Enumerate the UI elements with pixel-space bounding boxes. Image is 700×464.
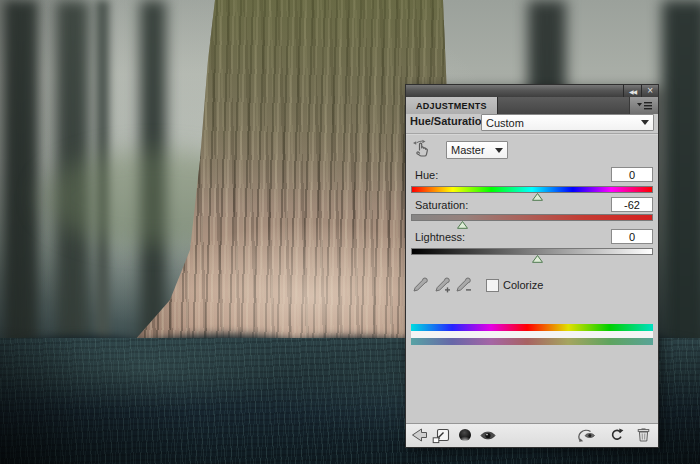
hue-label: Hue: — [415, 169, 438, 181]
hue-slider-track[interactable] — [411, 186, 653, 193]
hue-value-input[interactable] — [611, 167, 653, 182]
view-previous-state-button[interactable] — [578, 429, 597, 444]
lightness-value-input[interactable] — [611, 229, 653, 244]
panel-footer — [406, 423, 658, 447]
eyedropper-plus-icon — [434, 275, 452, 293]
adjustment-sphere-icon[interactable] — [459, 429, 471, 441]
return-arrow-icon — [411, 428, 428, 442]
adjustments-panel: ◀◀ × ADJUSTMENTS Hue/Saturation Custom M… — [405, 84, 659, 448]
preset-dropdown-value: Custom — [486, 117, 524, 129]
close-panel-button[interactable]: × — [641, 85, 658, 97]
lightness-thumb-rail — [411, 255, 653, 264]
delete-adjustment-button[interactable] — [637, 427, 650, 444]
saturation-slider-track[interactable] — [411, 214, 653, 221]
reset-button[interactable] — [610, 428, 624, 444]
clip-to-layer-icon — [432, 428, 450, 444]
input-hue-spectrum-bar — [411, 324, 653, 331]
previous-state-eye-icon — [578, 429, 597, 442]
adjustment-title: Hue/Saturation — [410, 115, 488, 127]
reset-icon — [610, 428, 624, 442]
saturation-value-input[interactable] — [611, 197, 653, 212]
channel-dropdown[interactable]: Master — [446, 141, 508, 159]
eyedropper-icon — [412, 275, 430, 293]
return-to-adjustment-list-button[interactable] — [411, 428, 428, 444]
eyedropper-sample-button[interactable] — [412, 275, 430, 293]
panel-tab-row: ADJUSTMENTS — [406, 97, 658, 114]
eye-icon — [480, 430, 496, 441]
toggle-visibility-button[interactable] — [480, 430, 496, 443]
eyedropper-subtract-button[interactable] — [455, 275, 473, 293]
clip-to-layer-button[interactable] — [432, 428, 450, 446]
chevron-down-icon — [495, 148, 503, 153]
chevron-down-icon — [641, 120, 649, 125]
panel-menu-icon — [637, 101, 652, 110]
spectrum-gap — [411, 331, 653, 338]
colorize-checkbox[interactable] — [486, 279, 499, 292]
collapse-to-icons-button[interactable]: ◀◀ — [623, 85, 641, 97]
lightness-label: Lightness: — [415, 231, 465, 243]
divider — [406, 133, 658, 134]
panel-menu-button[interactable] — [629, 97, 658, 114]
output-hue-spectrum-bar — [411, 338, 653, 345]
channel-dropdown-value: Master — [451, 144, 485, 156]
trash-icon — [637, 427, 650, 442]
tab-adjustments[interactable]: ADJUSTMENTS — [406, 97, 498, 114]
eyedropper-minus-icon — [455, 275, 473, 293]
preset-dropdown[interactable]: Custom — [481, 114, 654, 131]
eyedropper-add-button[interactable] — [434, 275, 452, 293]
targeted-adjustment-hand-icon — [412, 138, 434, 160]
saturation-label: Saturation: — [415, 199, 468, 211]
targeted-adjustment-tool-button[interactable] — [412, 138, 434, 160]
lightness-slider-track[interactable] — [411, 248, 653, 255]
colorize-label: Colorize — [503, 279, 543, 291]
